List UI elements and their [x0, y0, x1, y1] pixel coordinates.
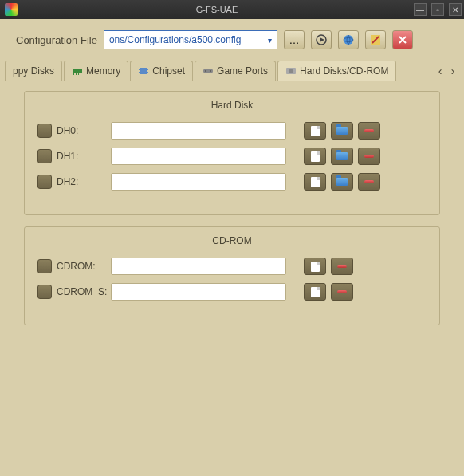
harddisk-icon	[285, 66, 297, 76]
config-file-value: ons/Configurations/a500.config	[109, 34, 241, 45]
dh1-checkbox[interactable]	[37, 149, 52, 163]
cdrom-remove-button[interactable]	[331, 258, 353, 275]
dh2-input[interactable]	[111, 173, 286, 191]
svg-point-16	[205, 70, 206, 72]
cdrom-input[interactable]	[111, 258, 286, 275]
cdrom-row: CDROM:	[37, 258, 427, 275]
tab-memory[interactable]: Memory	[64, 61, 128, 81]
minimize-button[interactable]: —	[414, 3, 427, 16]
cdrom-panel: CD-ROM CDROM: CDROM_S:	[24, 226, 440, 325]
svg-rect-14	[147, 72, 148, 73]
tab-chipset[interactable]: Chipset	[130, 61, 193, 81]
browse-button[interactable]: …	[284, 30, 305, 49]
window-title: G-FS-UAE	[22, 5, 411, 14]
tab-bar: ppy Disks Memory Chipset Game Ports Hard…	[0, 61, 464, 81]
svg-rect-15	[203, 69, 213, 73]
svg-point-19	[289, 69, 293, 73]
dh0-remove-button[interactable]	[358, 122, 380, 140]
tab-floppy-disks[interactable]: ppy Disks	[5, 61, 62, 81]
web-button[interactable]	[338, 30, 359, 49]
app-logo-icon	[5, 3, 18, 16]
minus-icon	[364, 180, 374, 183]
dh2-checkbox[interactable]	[37, 175, 52, 189]
tab-game-ports[interactable]: Game Ports	[195, 61, 276, 81]
cdrom-s-new-button[interactable]	[304, 283, 326, 301]
dh2-new-button[interactable]	[304, 173, 326, 191]
tab-scroll-left[interactable]: ‹	[434, 65, 446, 77]
panel-title: CD-ROM	[37, 235, 427, 246]
cdrom-s-remove-button[interactable]	[331, 283, 353, 301]
dh1-new-button[interactable]	[304, 148, 326, 165]
minus-icon	[364, 129, 374, 132]
dh2-browse-button[interactable]	[331, 173, 353, 191]
cdrom-checkbox[interactable]	[37, 259, 52, 273]
svg-rect-12	[139, 72, 140, 73]
svg-rect-7	[76, 73, 77, 75]
tab-label: Game Ports	[217, 65, 268, 77]
delete-button[interactable]	[392, 30, 413, 49]
cdrom-s-row: CDROM_S:	[37, 283, 427, 301]
memory-icon	[72, 66, 83, 76]
document-icon	[311, 177, 320, 187]
harddisk-panel: Hard Disk DH0: DH1: DH2:	[24, 91, 440, 215]
config-file-dropdown[interactable]: ons/Configurations/a500.config ▾	[104, 30, 277, 49]
dh1-row: DH1:	[37, 148, 427, 165]
maximize-button[interactable]: ▫	[431, 3, 444, 16]
chipset-icon	[138, 66, 149, 76]
dh1-input[interactable]	[111, 148, 286, 165]
dh0-new-button[interactable]	[304, 122, 326, 140]
document-icon	[311, 287, 320, 297]
play-icon	[316, 34, 327, 45]
minus-icon	[337, 290, 347, 293]
dh2-row: DH2:	[37, 173, 427, 191]
cdrom-s-label: CDROM_S:	[57, 286, 106, 297]
dh0-label: DH0:	[57, 125, 106, 136]
svg-rect-10	[140, 68, 147, 74]
close-button[interactable]: ✕	[449, 3, 462, 16]
dh2-label: DH2:	[57, 176, 106, 187]
edit-button[interactable]	[365, 30, 386, 49]
dh1-browse-button[interactable]	[331, 148, 353, 165]
tab-label: Hard Disks/CD-ROM	[300, 65, 388, 77]
gamepad-icon	[203, 66, 214, 76]
play-button[interactable]	[311, 30, 332, 49]
svg-rect-6	[73, 73, 74, 75]
cdrom-s-checkbox[interactable]	[37, 285, 52, 299]
cdrom-s-input[interactable]	[111, 283, 286, 301]
globe-icon	[343, 34, 354, 45]
dh2-remove-button[interactable]	[358, 173, 380, 191]
svg-rect-11	[139, 69, 140, 70]
svg-marker-1	[320, 37, 324, 42]
document-icon	[311, 126, 320, 136]
dh0-row: DH0:	[37, 122, 427, 140]
panel-title: Hard Disk	[37, 100, 427, 111]
dh1-remove-button[interactable]	[358, 148, 380, 165]
folder-icon	[336, 127, 348, 135]
dh0-checkbox[interactable]	[37, 124, 52, 138]
document-icon	[311, 151, 320, 162]
toolbar: Configuration File ons/Configurations/a5…	[0, 19, 464, 61]
tab-scroll-right[interactable]: ›	[446, 65, 459, 77]
dh0-browse-button[interactable]	[331, 122, 353, 140]
app-window: G-FS-UAE — ▫ ✕ Configuration File ons/Co…	[0, 0, 464, 476]
cdrom-label: CDROM:	[57, 261, 106, 272]
x-icon	[398, 35, 407, 45]
chevron-down-icon: ▾	[268, 36, 272, 45]
svg-rect-13	[147, 69, 148, 70]
tab-label: ppy Disks	[13, 65, 54, 77]
svg-point-17	[210, 70, 211, 72]
folder-icon	[336, 178, 348, 186]
document-icon	[311, 262, 320, 272]
svg-rect-5	[73, 69, 82, 73]
minus-icon	[364, 155, 374, 158]
dh0-input[interactable]	[111, 122, 286, 140]
tab-hard-disks[interactable]: Hard Disks/CD-ROM	[277, 61, 396, 81]
tab-label: Memory	[86, 65, 120, 77]
titlebar: G-FS-UAE — ▫ ✕	[0, 0, 464, 19]
config-file-label: Configuration File	[16, 34, 97, 46]
content-area: Hard Disk DH0: DH1: DH2:	[0, 81, 464, 346]
svg-point-2	[344, 35, 353, 45]
cdrom-new-button[interactable]	[304, 258, 326, 275]
svg-rect-8	[78, 73, 79, 75]
dh1-label: DH1:	[57, 151, 106, 162]
